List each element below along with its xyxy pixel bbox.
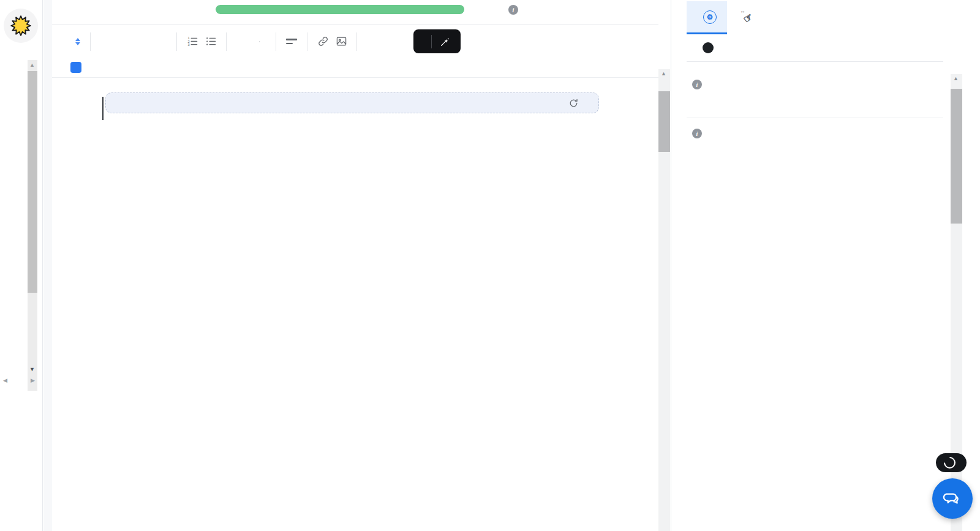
editor-scrollbar[interactable]: ▲ [658, 69, 670, 531]
magic-wand-icon [440, 36, 451, 47]
insert-link-button[interactable] [314, 32, 332, 51]
grammarly-badge[interactable] [936, 453, 967, 472]
heading-style-select[interactable] [70, 38, 80, 45]
image-icon [336, 36, 347, 47]
sidebar-scrollbar-thumb[interactable] [28, 71, 37, 293]
optimal-content-title: i [687, 80, 943, 89]
info-icon[interactable]: i [508, 5, 518, 15]
editor-card: i 123 [52, 0, 658, 531]
chat-fab-button[interactable] [932, 478, 973, 519]
italic-button[interactable] [115, 32, 134, 51]
bold-button[interactable] [97, 32, 115, 51]
tips-checkbox[interactable] [70, 62, 81, 73]
bullet-list-button[interactable] [202, 32, 220, 51]
content-score-progressbar [216, 5, 464, 14]
app-logo[interactable] [4, 9, 38, 43]
ordered-list-icon: 123 [187, 36, 198, 47]
highlight-color-button[interactable] [259, 41, 262, 42]
scroll-up-icon[interactable]: ▲ [661, 70, 666, 77]
bullet-list-icon [205, 36, 217, 47]
sidebar-scrollbar[interactable]: ▲ ▼ [28, 60, 37, 391]
grammarly-logo-icon [941, 454, 958, 471]
svg-text:3: 3 [187, 43, 189, 47]
align-icon [286, 39, 297, 44]
starburst-logo-icon [10, 15, 31, 36]
editor-topbar: i [52, 0, 658, 25]
clear-format-button[interactable] [363, 32, 382, 51]
info-icon[interactable]: i [692, 80, 702, 89]
editor-content[interactable] [52, 78, 658, 530]
optimize-gear-icon: ⚙ [703, 10, 717, 24]
ai-suggestion-box[interactable] [105, 92, 599, 113]
tab-drag-and-drop[interactable]: ☞↔ [727, 1, 764, 32]
undo-button[interactable] [382, 32, 400, 51]
write-with-ai-button[interactable] [413, 29, 461, 53]
editor-toolbar: 123 [52, 25, 658, 58]
content-score-progress-fill [216, 5, 464, 14]
tips-row [52, 58, 658, 78]
include-keywords-title: i [687, 129, 943, 138]
align-button[interactable] [282, 32, 301, 51]
link-icon [317, 36, 329, 47]
editor-scrollbar-thumb[interactable] [658, 91, 670, 152]
tab-optimize[interactable]: ⚙ [687, 1, 727, 34]
help-row [697, 42, 943, 53]
sidebar-hscroll[interactable]: ◀ ▶ [0, 375, 38, 386]
drag-hand-icon: ☞↔ [741, 10, 756, 26]
strikethrough-button[interactable] [152, 32, 170, 51]
chat-bubbles-icon [943, 489, 962, 508]
scroll-up-icon[interactable]: ▲ [953, 75, 959, 81]
gutter-strip [43, 0, 52, 531]
help-question-icon[interactable] [703, 42, 714, 53]
panel-tabs: ⚙ ☞↔ [687, 0, 943, 34]
scroll-down-icon[interactable]: ▼ [29, 366, 35, 372]
underline-button[interactable] [134, 32, 152, 51]
panel-scrollbar-thumb[interactable] [951, 89, 962, 224]
select-arrows-icon [75, 38, 80, 45]
scroll-up-icon[interactable]: ▲ [29, 62, 35, 68]
optimize-panel: ⚙ ☞↔ i i [671, 0, 980, 531]
scroll-right-icon[interactable]: ▶ [31, 377, 35, 383]
regenerate-icon[interactable] [568, 98, 579, 108]
insert-image-button[interactable] [332, 32, 350, 51]
left-sidebar: ▲ ▼ ◀ ▶ [0, 0, 43, 531]
text-caret [102, 97, 104, 120]
scroll-left-icon[interactable]: ◀ [3, 377, 7, 383]
info-icon[interactable]: i [692, 129, 702, 138]
ordered-list-button[interactable]: 123 [183, 32, 202, 51]
